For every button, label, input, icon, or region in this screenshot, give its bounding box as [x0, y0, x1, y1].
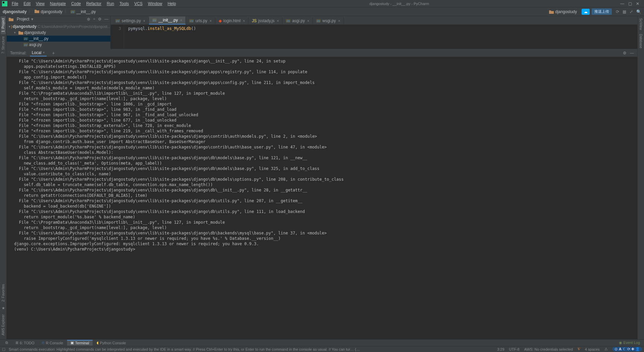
tree-folder[interactable]: ▾ djangostudy: [7, 30, 110, 36]
database-tool-tab[interactable]: Database: [638, 32, 643, 50]
python-file-icon: py: [316, 19, 321, 23]
menu-file[interactable]: File: [9, 1, 20, 7]
menu-refactor[interactable]: Refactor: [84, 1, 104, 7]
tool-rconsole[interactable]: ®R Console: [39, 340, 66, 346]
current-dir-badge[interactable]: djangostudy: [546, 9, 580, 15]
terminal-tab-local[interactable]: Local×: [30, 50, 47, 56]
minimize-icon[interactable]: —: [620, 1, 624, 6]
chevron-down-icon[interactable]: ▾: [9, 25, 10, 28]
menu-help[interactable]: Help: [165, 1, 178, 7]
project-tool-tab[interactable]: 1: Project: [1, 16, 6, 34]
cursor-position[interactable]: 3:29: [497, 347, 504, 351]
tab-login[interactable]: ◆login.html×: [215, 17, 249, 25]
tree-file-init[interactable]: py __init__.py: [7, 36, 110, 42]
tool-pyconsole[interactable]: ◖Python Console: [93, 340, 129, 346]
menu-run[interactable]: Run: [104, 1, 116, 7]
line-number-gutter: 3: [111, 25, 124, 49]
collapse-icon[interactable]: ÷: [93, 17, 95, 21]
js-file-icon: JS: [252, 18, 257, 23]
menu-vcs[interactable]: VCS: [132, 1, 145, 7]
folder-icon: [35, 9, 39, 14]
maximize-icon[interactable]: ▢: [628, 1, 632, 6]
center-column: Project ▾ ⊕ ÷ ⚙ — ▾ djangostudy C:\Users…: [7, 16, 637, 339]
gear-icon[interactable]: ⚙: [98, 17, 102, 21]
upload-button[interactable]: 推送上传: [592, 8, 612, 15]
add-terminal-button[interactable]: +: [52, 50, 55, 56]
chevron-right-icon: 〉: [29, 9, 33, 14]
tree-file-asgi[interactable]: py asgi.py: [7, 42, 110, 48]
indent-info[interactable]: 4 spaces: [585, 347, 600, 351]
python-file-icon: py: [286, 19, 290, 23]
tool-terminal[interactable]: ▣Terminal: [67, 340, 93, 346]
inspections-icon[interactable]: ⚠: [604, 347, 608, 351]
terminal-panel: Terminal: Local× + ⚙ — File "C:\Users\Ad…: [7, 49, 637, 339]
favorites-tool-tab[interactable]: 2: Favorites: [1, 282, 6, 304]
expand-icon[interactable]: ⤢: [630, 9, 633, 14]
close-tab-icon[interactable]: ×: [307, 19, 309, 23]
tool-todo[interactable]: ≣6: TODO: [12, 340, 38, 346]
close-tab-icon[interactable]: ×: [277, 19, 279, 23]
breadcrumb-module[interactable]: djangostudy: [41, 9, 62, 14]
python-file-icon: py: [189, 19, 194, 23]
close-tab-icon[interactable]: ×: [143, 19, 145, 23]
tab-asgi[interactable]: pyasgi.py×: [282, 17, 313, 25]
menu-tools[interactable]: Tools: [117, 1, 131, 7]
svg-rect-1: [3, 2, 4, 3]
menu-navigate[interactable]: Navigate: [48, 1, 68, 7]
close-tab-icon[interactable]: ×: [43, 51, 45, 54]
tab-wsgi[interactable]: pywsgi.py×: [313, 17, 344, 25]
tool-squash-icon[interactable]: ⧉: [2, 340, 11, 346]
chevron-down-icon[interactable]: ▾: [14, 31, 17, 34]
file-encoding[interactable]: UTF-8: [509, 347, 520, 351]
layout-icon[interactable]: ▦: [623, 9, 626, 14]
code-body[interactable]: pymysql.install_as_MySQLdb(): [124, 25, 637, 49]
breadcrumb-root[interactable]: djangostudy: [3, 9, 26, 14]
tree-root[interactable]: ▾ djangostudy C:\Users\Admin\PycharmProj…: [7, 24, 110, 30]
python-file-icon: py: [152, 18, 157, 22]
cloud-sync-icon[interactable]: ☁: [582, 9, 590, 15]
aws-explorer-tool-tab[interactable]: AWS Explorer: [1, 312, 6, 337]
close-tab-icon[interactable]: ×: [180, 18, 182, 22]
menu-edit[interactable]: Edit: [21, 1, 33, 7]
statusbar-message: Smart commands execution: Highlighted co…: [9, 347, 361, 351]
close-tab-icon[interactable]: ×: [210, 19, 212, 23]
left-tool-gutter: 1: Project 7: Structure 2: Favorites ★ A…: [0, 16, 7, 339]
statusbar-toggle-icon[interactable]: ▢: [2, 347, 5, 351]
tab-urls[interactable]: pyurls.py×: [186, 17, 215, 25]
hide-panel-icon[interactable]: —: [104, 17, 108, 21]
tab-jsstady[interactable]: JSjsstady.js×: [249, 17, 282, 25]
window-title: djangostudy - __init__.py - PyCharm: [178, 2, 620, 6]
project-tree[interactable]: ▾ djangostudy C:\Users\Admin\PycharmProj…: [7, 23, 110, 49]
tab-settings[interactable]: pysettings.py×: [112, 17, 149, 25]
close-tab-icon[interactable]: ×: [338, 19, 340, 23]
terminal-output[interactable]: File "C:\Users\Admin\PycharmProjects\dja…: [7, 57, 637, 339]
close-icon[interactable]: ✕: [636, 1, 639, 6]
sciview-tool-tab[interactable]: SciView: [638, 16, 643, 32]
gear-icon[interactable]: ⚙: [623, 51, 627, 55]
chevron-down-icon[interactable]: ▾: [31, 17, 33, 21]
menu-view[interactable]: View: [34, 1, 47, 7]
python-file-icon: py: [115, 19, 120, 23]
titlebar: File Edit View Navigate Code Refactor Ru…: [0, 0, 644, 7]
hide-panel-icon[interactable]: —: [630, 51, 634, 55]
project-panel: Project ▾ ⊕ ÷ ⚙ — ▾ djangostudy C:\Users…: [7, 16, 111, 49]
code-editor[interactable]: 3 pymysql.install_as_MySQLdb(): [111, 25, 637, 49]
tab-init[interactable]: py__init__.py×: [149, 16, 186, 25]
event-log-button[interactable]: ◉ Event Log: [619, 341, 642, 345]
folder-icon: [9, 17, 13, 21]
menu-window[interactable]: Window: [146, 1, 165, 7]
structure-tool-tab[interactable]: 7: Structure: [1, 34, 6, 56]
menu-code[interactable]: Code: [69, 1, 83, 7]
window-controls: — ▢ ✕: [620, 1, 642, 6]
code-with-me-widget[interactable]: ⊙ A ☾ ⟳ ✚ 👤: [612, 347, 642, 351]
star-icon[interactable]: ★: [2, 306, 5, 310]
search-icon[interactable]: 🔍: [636, 9, 641, 14]
git-icon[interactable]: 𝐕: [578, 347, 580, 351]
breadcrumb-file[interactable]: __init__.py: [76, 9, 96, 14]
terminal-header: Terminal: Local× + ⚙ —: [7, 49, 637, 57]
target-icon[interactable]: ⊕: [87, 17, 90, 21]
sync-icon[interactable]: ⟳: [616, 9, 619, 14]
statusbar: ▢ Smart commands execution: Highlighted …: [0, 346, 644, 352]
close-tab-icon[interactable]: ×: [243, 19, 245, 23]
aws-status[interactable]: AWS: No credentials selected: [524, 347, 573, 351]
